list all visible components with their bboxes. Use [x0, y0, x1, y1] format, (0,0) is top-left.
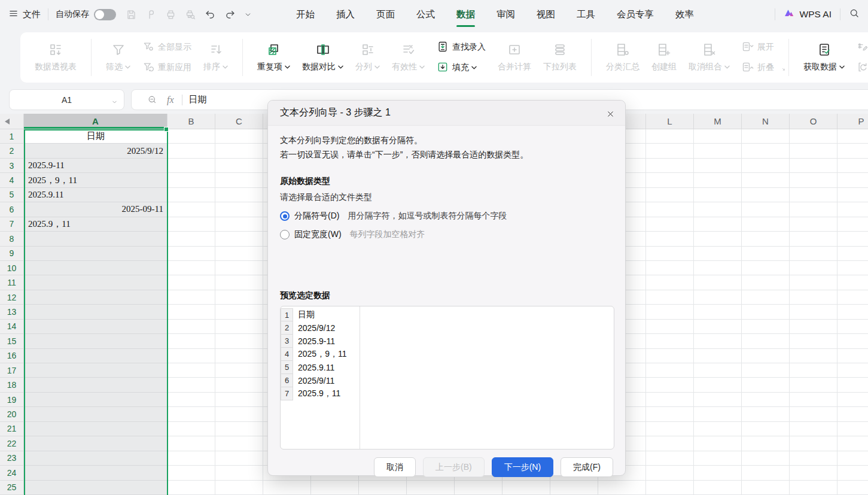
- cell-C14[interactable]: [215, 320, 263, 334]
- cell-M20[interactable]: [694, 407, 742, 421]
- ribbon-get-data-button[interactable]: 获取数据: [803, 42, 845, 72]
- cell-L19[interactable]: [646, 393, 694, 407]
- select-all-corner[interactable]: [0, 114, 24, 129]
- ribbon-edit-links-button[interactable]: 编辑链接: [857, 41, 868, 54]
- cell-P1[interactable]: [837, 129, 868, 144]
- cell-O15[interactable]: [790, 334, 837, 348]
- column-header-P[interactable]: P: [837, 114, 868, 129]
- cell-C7[interactable]: [215, 217, 263, 232]
- ribbon-reapply-button[interactable]: 重新应用: [142, 61, 191, 75]
- cell-N3[interactable]: [742, 159, 790, 173]
- cell-O19[interactable]: [790, 393, 837, 407]
- radio-fixed-width[interactable]: 固定宽度(W) 每列字段加空格对齐: [280, 229, 613, 240]
- column-header-L[interactable]: L: [646, 114, 694, 129]
- ribbon-create-group-button[interactable]: 创建组: [651, 42, 677, 72]
- row-header-4[interactable]: 4: [0, 173, 24, 187]
- autosave-toggle[interactable]: [94, 9, 116, 20]
- cell-N21[interactable]: [742, 422, 790, 436]
- cell-O6[interactable]: [790, 202, 837, 217]
- cell-N10[interactable]: [742, 261, 790, 275]
- cell-N18[interactable]: [742, 378, 790, 392]
- cell-A15[interactable]: [24, 334, 167, 348]
- cell-B13[interactable]: [167, 305, 215, 319]
- cell-P22[interactable]: [837, 436, 868, 451]
- cell-A14[interactable]: [24, 320, 167, 334]
- cell-B1[interactable]: [167, 129, 215, 144]
- row-header-23[interactable]: 23: [0, 451, 24, 466]
- cell-L18[interactable]: [646, 378, 694, 392]
- cell-L14[interactable]: [646, 320, 694, 334]
- cell-O12[interactable]: [790, 290, 837, 305]
- cell-B17[interactable]: [167, 363, 215, 378]
- cell-B23[interactable]: [167, 451, 215, 466]
- cell-N20[interactable]: [742, 407, 790, 421]
- back-button[interactable]: 上一步(B): [423, 457, 485, 477]
- row-header-18[interactable]: 18: [0, 378, 24, 392]
- cell-L16[interactable]: [646, 349, 694, 363]
- cell-A11[interactable]: [24, 275, 167, 290]
- cell-P7[interactable]: [837, 217, 868, 232]
- cell-N4[interactable]: [742, 173, 790, 187]
- cell-N25[interactable]: [742, 481, 790, 495]
- cell-C12[interactable]: [215, 290, 263, 305]
- search-icon[interactable]: [849, 8, 860, 21]
- cell-C2[interactable]: [215, 144, 263, 158]
- cell-C8[interactable]: [215, 232, 263, 246]
- cell-P23[interactable]: [837, 451, 868, 466]
- cell-L2[interactable]: [646, 144, 694, 158]
- cell-A21[interactable]: [24, 422, 167, 436]
- cell-C23[interactable]: [215, 451, 263, 466]
- tab-home[interactable]: 开始: [285, 0, 325, 29]
- cell-P14[interactable]: [837, 320, 868, 334]
- cell-N8[interactable]: [742, 232, 790, 246]
- cell-P24[interactable]: [837, 466, 868, 480]
- tab-data[interactable]: 数据: [446, 0, 486, 29]
- cell-M23[interactable]: [694, 451, 742, 466]
- cell-B25[interactable]: [167, 481, 215, 495]
- cell-L4[interactable]: [646, 173, 694, 187]
- column-header-B[interactable]: B: [167, 114, 215, 129]
- cell-A10[interactable]: [24, 261, 167, 275]
- cell-M5[interactable]: [694, 188, 742, 202]
- ribbon-validation-button[interactable]: 有效性: [392, 42, 425, 72]
- row-header-6[interactable]: 6: [0, 202, 24, 217]
- cell-C20[interactable]: [215, 407, 263, 421]
- tab-premium[interactable]: 会员专享: [606, 0, 665, 29]
- cell-A7[interactable]: 2025.9，11: [24, 217, 167, 232]
- ribbon-merge-calc-button[interactable]: 合并计算: [498, 42, 531, 72]
- cell-O4[interactable]: [790, 173, 837, 187]
- row-header-16[interactable]: 16: [0, 349, 24, 363]
- cell-E25[interactable]: [311, 481, 359, 495]
- cell-P15[interactable]: [837, 334, 868, 348]
- cell-N23[interactable]: [742, 451, 790, 466]
- cell-L22[interactable]: [646, 436, 694, 451]
- cell-N1[interactable]: [742, 129, 790, 144]
- cell-B15[interactable]: [167, 334, 215, 348]
- cell-C13[interactable]: [215, 305, 263, 319]
- cell-P8[interactable]: [837, 232, 868, 246]
- cell-L1[interactable]: [646, 129, 694, 144]
- cell-B16[interactable]: [167, 349, 215, 363]
- cell-N6[interactable]: [742, 202, 790, 217]
- ribbon-show-all-button[interactable]: 全部显示: [142, 41, 191, 54]
- cell-A22[interactable]: [24, 436, 167, 451]
- row-header-19[interactable]: 19: [0, 393, 24, 407]
- cell-L6[interactable]: [646, 202, 694, 217]
- cell-M19[interactable]: [694, 393, 742, 407]
- cell-O23[interactable]: [790, 451, 837, 466]
- tab-view[interactable]: 视图: [526, 0, 566, 29]
- cell-O8[interactable]: [790, 232, 837, 246]
- cell-B2[interactable]: [167, 144, 215, 158]
- cell-M18[interactable]: [694, 378, 742, 392]
- column-header-C[interactable]: C: [215, 114, 263, 129]
- cancel-button[interactable]: 取消: [374, 457, 416, 477]
- cell-N5[interactable]: [742, 188, 790, 202]
- cell-L24[interactable]: [646, 466, 694, 480]
- cell-B22[interactable]: [167, 436, 215, 451]
- row-header-7[interactable]: 7: [0, 217, 24, 232]
- cell-C10[interactable]: [215, 261, 263, 275]
- cell-A5[interactable]: 2025.9.11: [24, 188, 167, 202]
- next-button[interactable]: 下一步(N): [492, 457, 553, 477]
- cell-L11[interactable]: [646, 275, 694, 290]
- cell-I25[interactable]: [502, 481, 550, 495]
